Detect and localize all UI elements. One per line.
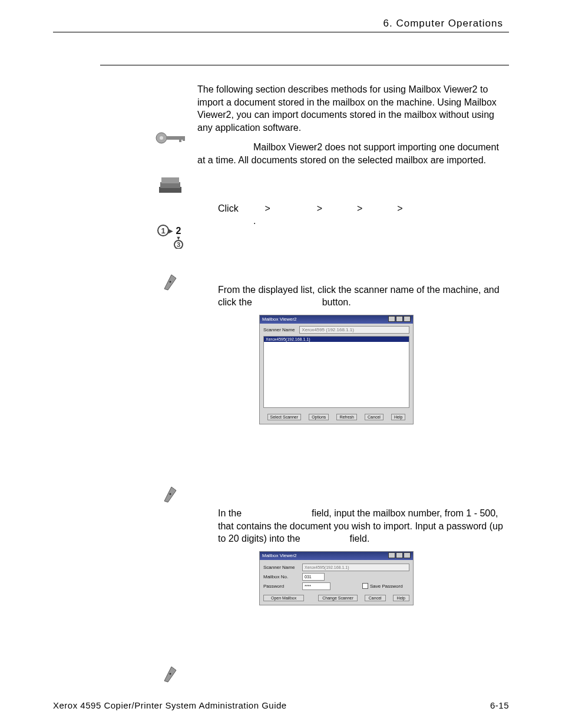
scanner-name-field: Xerox4595 (192.168.1.1)	[299, 326, 409, 334]
open-mailbox-button[interactable]: Open Mailbox	[263, 595, 304, 601]
gt-4: >	[397, 203, 402, 213]
svg-point-1	[160, 136, 163, 140]
intro-paragraph-1: The following section describes methods …	[197, 83, 509, 134]
nib-icon-3	[153, 663, 189, 683]
select-scanner-button[interactable]: Select Scanner	[267, 414, 301, 420]
step1-click: Click	[218, 203, 241, 213]
svg-text:3: 3	[177, 241, 180, 248]
change-scanner-button[interactable]: Change Scanner	[318, 595, 358, 601]
screenshot-mailbox-login: Mailbox Viewer2 Scanner Name Xerox4595(1…	[259, 551, 414, 605]
nib-icon-1	[153, 271, 189, 291]
scanner-list-item-selected[interactable]: Xerox4595(192.168.1.1)	[264, 337, 409, 342]
window-control-buttons-2[interactable]	[388, 552, 411, 559]
svg-text:2: 2	[176, 226, 181, 236]
window-title-2: Mailbox Viewer2	[262, 553, 297, 558]
refresh-button[interactable]: Refresh	[336, 414, 357, 420]
gt-1: >	[265, 203, 270, 213]
step2-prefix: From the displayed list, click the scann…	[218, 285, 500, 308]
help-button[interactable]: Help	[391, 414, 405, 420]
intro-paragraph-2: Mailbox Viewer2 does not support importi…	[197, 141, 509, 166]
svg-rect-4	[183, 136, 185, 141]
step3-suffix: field.	[350, 533, 370, 543]
key-icon	[153, 130, 189, 146]
svg-text:1: 1	[161, 226, 165, 235]
svg-point-15	[170, 281, 171, 283]
save-password-label: Save Password	[370, 584, 403, 589]
step2-paragraph: From the displayed list, click the scann…	[218, 284, 509, 309]
svg-text:▶: ▶	[168, 228, 173, 234]
cancel-button-2[interactable]: Cancel	[365, 595, 386, 601]
header-rule	[53, 32, 509, 32]
section-rule	[100, 65, 509, 65]
window-titlebar-2: Mailbox Viewer2	[260, 552, 413, 560]
books-icon	[153, 174, 189, 197]
mailbox-no-label: Mailbox No.	[263, 574, 299, 579]
cancel-button[interactable]: Cancel	[365, 414, 384, 420]
mailbox-no-input[interactable]: 031	[302, 573, 325, 581]
screenshot-scanner-list: Mailbox Viewer2 Scanner Name Xerox4595 (…	[259, 315, 414, 424]
gt-3: >	[357, 203, 362, 213]
svg-point-16	[170, 493, 171, 495]
options-button[interactable]: Options	[309, 414, 329, 420]
password-input[interactable]: ****	[302, 582, 330, 590]
save-password-checkbox[interactable]: Save Password	[362, 583, 409, 589]
scanner-name-label: Scanner Name	[263, 327, 295, 332]
step3-paragraph: In the field, input the mailbox number, …	[218, 507, 509, 545]
svg-point-17	[170, 673, 171, 675]
scanner-listbox[interactable]: Xerox4595(192.168.1.1)	[263, 336, 409, 408]
nib-icon-2	[153, 483, 189, 503]
footer-left: Xerox 4595 Copier/Printer System Adminis…	[53, 700, 287, 710]
gt-2: >	[317, 203, 322, 213]
intro-p2-text: Mailbox Viewer2 does not support importi…	[197, 142, 499, 165]
password-label: Password	[263, 584, 299, 589]
footer-right: 6-15	[490, 700, 509, 710]
chapter-header: 6. Computer Operations	[53, 18, 509, 29]
window-titlebar: Mailbox Viewer2	[260, 315, 413, 324]
step1-line: Click > > > > .	[218, 202, 509, 228]
svg-rect-7	[161, 177, 179, 183]
help-button-2[interactable]: Help	[393, 595, 409, 601]
page-footer: Xerox 4595 Copier/Printer System Adminis…	[53, 700, 509, 710]
scanner-name-value: Xerox4595(192.168.1.1)	[302, 564, 409, 571]
svg-rect-3	[179, 136, 181, 142]
window-title: Mailbox Viewer2	[262, 317, 297, 322]
step1-period: .	[253, 216, 256, 226]
steps-icon: 1 ▶ 2 ▼ 3	[153, 224, 189, 249]
step3-prefix: In the	[218, 508, 244, 518]
window-control-buttons[interactable]	[388, 316, 411, 323]
step2-suffix: button.	[322, 297, 351, 307]
checkbox-icon	[362, 583, 368, 589]
scanner-name-label-2: Scanner Name	[263, 565, 299, 570]
